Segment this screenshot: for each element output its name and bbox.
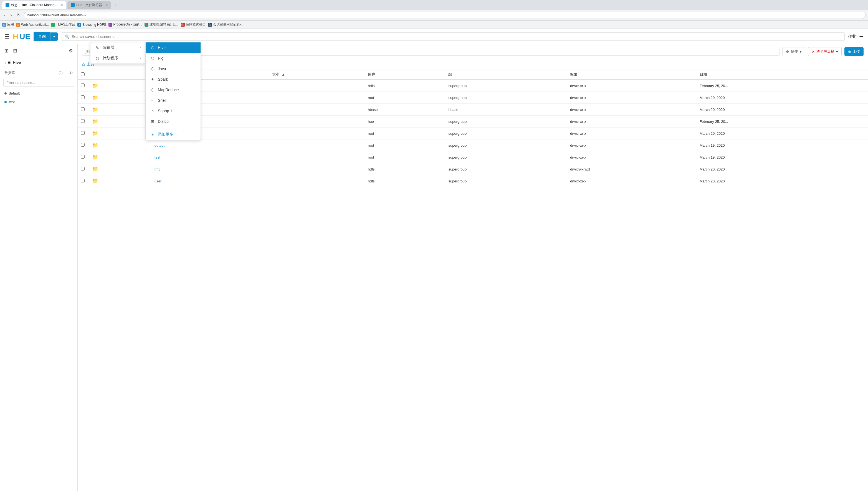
search-bar: 🔍 [61, 32, 845, 41]
sidebar-layers-icon[interactable]: ⊟ [13, 48, 17, 54]
forward-button[interactable]: › [8, 12, 13, 18]
row-size-cell [269, 175, 365, 187]
bookmark-icon-5: P [109, 23, 112, 27]
schedule-icon: ◎ [95, 56, 100, 61]
ops-icon: ⚙ [786, 50, 789, 54]
submenu-pig[interactable]: ⬡ Pig [146, 53, 201, 63]
db-filter [3, 79, 74, 87]
row-checkbox-3[interactable] [81, 119, 85, 123]
file-link-6[interactable]: test [155, 155, 160, 160]
tab-close-1[interactable]: ✕ [60, 3, 63, 7]
address-bar[interactable] [24, 12, 866, 19]
inactive-tab[interactable]: Hue - 文件浏览器 ✕ [67, 1, 111, 9]
row-checkbox-4[interactable] [81, 131, 85, 135]
jobs-label[interactable]: 作业 [848, 34, 856, 39]
submenu-hive[interactable]: ⬡ Hive [146, 42, 201, 53]
table-row: 📁 output root supergroup drwxr-xr-x Marc… [78, 140, 868, 151]
db-refresh-button[interactable]: ↻ [69, 71, 73, 75]
row-date-cell: March 19, 2020 [696, 151, 868, 163]
submenu-java[interactable]: ⬡ Java [146, 63, 201, 74]
db-dot-default [4, 92, 7, 94]
row-checkbox-5[interactable] [81, 143, 85, 147]
row-group-cell: supergroup [445, 116, 567, 127]
java-label: Java [158, 66, 166, 71]
file-link-5[interactable]: output [155, 143, 165, 147]
col-size[interactable]: 大小 ▲ [269, 70, 365, 80]
select-all-checkbox[interactable] [81, 73, 85, 76]
row-size-cell [269, 151, 365, 163]
row-checkbox-7[interactable] [81, 167, 85, 171]
submenu-shell[interactable]: >_ Shell [146, 95, 201, 106]
tab-favicon-2 [71, 3, 75, 7]
folder-icon: 📁 [92, 154, 98, 160]
nav-list-icon[interactable]: ☰ [859, 33, 864, 40]
col-date[interactable]: 日期 [696, 70, 868, 80]
db-label: 数据库 [4, 70, 15, 76]
sidebar-grid-icon[interactable]: ⊞ [4, 48, 8, 54]
bookmark-apps[interactable]: ⊞ 应用 [2, 22, 14, 27]
active-tab[interactable]: 状态 - Hue - Cloudera Manag... ✕ [2, 1, 66, 9]
bookmark-web-auth[interactable]: W Web Authenticati... [16, 23, 49, 27]
folder-icon: 📁 [92, 95, 98, 100]
back-button[interactable]: ‹ [2, 12, 7, 18]
add-more-label: 添加更多... [158, 132, 177, 137]
folder-icon: 📁 [92, 166, 98, 172]
search-input[interactable] [72, 34, 841, 39]
db-item-default[interactable]: default [0, 89, 77, 97]
row-checkbox-2[interactable] [81, 107, 85, 111]
ops-label: 操作 [791, 49, 798, 54]
row-checkbox-cell [78, 116, 89, 127]
tab-close-2[interactable]: ✕ [105, 3, 108, 7]
row-group-cell: supergroup [445, 151, 567, 163]
row-checkbox-0[interactable] [81, 83, 85, 87]
row-user-cell: root [365, 127, 445, 140]
row-checkbox-8[interactable] [81, 179, 85, 182]
sidebar-back-button[interactable]: ‹ [4, 60, 6, 65]
db-filter-input[interactable] [3, 79, 74, 87]
sidebar-extra-icon[interactable]: ⚙ [68, 48, 73, 54]
db-item-test[interactable]: test [0, 97, 77, 106]
bookmark-coord[interactable]: 坐 经纬查询接口 [181, 22, 206, 27]
file-link-8[interactable]: user [155, 179, 162, 183]
sidebar-icons-row: ⊞ ⊟ ⚙ [0, 45, 77, 57]
shell-label: Shell [158, 98, 166, 103]
pig-label: Pig [158, 56, 163, 60]
bookmark-hdfs[interactable]: B Browsing HDFS [77, 23, 106, 27]
chevron-right-2-icon: › [140, 56, 141, 60]
query-dropdown-arrow[interactable]: ▾ [50, 32, 58, 41]
col-user[interactable]: 用户 [365, 70, 445, 80]
col-perms[interactable]: 权限 [567, 70, 696, 80]
row-checkbox-1[interactable] [81, 95, 85, 99]
sidebar-breadcrumb: ‹ ≡ Hive [0, 57, 77, 68]
file-link-7[interactable]: tmp [155, 167, 161, 171]
bookmark-tlias[interactable]: T TLIAS工作台 [51, 22, 75, 27]
row-perms-cell: drwxr-xr-x [567, 127, 696, 140]
bookmark-geo[interactable]: 📍 逆地理编码 rgc 反... [144, 22, 179, 27]
bookmark-meeting[interactable]: 会 会议室使用登记表-... [208, 22, 244, 27]
upload-button[interactable]: ⊕ 上传 [844, 47, 864, 56]
submenu-mapreduce[interactable]: ⬡ MapReduce [146, 85, 201, 95]
ops-button[interactable]: ⚙ 操作 ▾ [782, 47, 805, 56]
submenu-add-more[interactable]: + 添加更多... [146, 129, 201, 140]
new-tab-button[interactable]: + [112, 2, 119, 7]
row-perms-cell: drwxr-xr-x [567, 140, 696, 151]
trash-button[interactable]: ✕ 移至垃圾桶 ▾ [808, 47, 842, 56]
reload-button[interactable]: ↻ [15, 12, 22, 18]
row-checkbox-cell [78, 151, 89, 163]
editor-menu-item[interactable]: ✎ 编辑器 › [90, 42, 145, 53]
row-checkbox-6[interactable] [81, 155, 85, 158]
submenu-spark[interactable]: ✦ Spark [146, 74, 201, 85]
bookmark-processon[interactable]: P ProcessOn - 我的... [109, 22, 142, 27]
submenu-distcp[interactable]: ⊞ Distcp [146, 116, 201, 127]
row-date-cell: March 19, 2020 [696, 140, 868, 151]
row-size-cell [269, 116, 365, 127]
row-checkbox-cell [78, 92, 89, 104]
schedule-menu-item[interactable]: ◎ 计划程序 › [90, 53, 145, 63]
db-list: default test [0, 88, 77, 107]
mapreduce-icon: ⬡ [150, 87, 155, 92]
hamburger-button[interactable]: ☰ [4, 33, 9, 40]
col-group[interactable]: 组 [445, 70, 567, 80]
submenu-sqoop[interactable]: ○ Sqoop 1 [146, 106, 201, 116]
query-button[interactable]: 查询 [33, 32, 50, 41]
db-add-button[interactable]: + [65, 70, 67, 76]
